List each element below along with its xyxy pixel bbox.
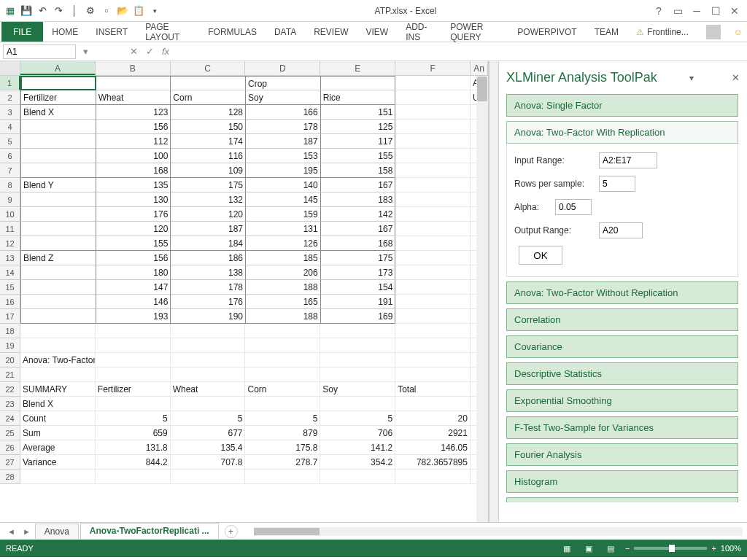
cell[interactable]: 132 [171,192,246,207]
cell[interactable]: 158 [321,163,396,178]
row-header[interactable]: 22 [0,382,20,397]
col-E[interactable]: E [320,61,395,75]
cell[interactable]: 145 [246,192,321,207]
zoom-out-icon[interactable]: − [625,544,630,553]
rows-field[interactable] [599,176,635,192]
cell[interactable]: 125 [321,120,396,134]
cell[interactable]: 191 [321,295,396,309]
cell[interactable]: 156 [96,251,171,265]
cell[interactable] [96,470,171,484]
cell[interactable]: 782.3657895 [395,455,471,470]
tab-pagelayout[interactable]: PAGE LAYOUT [136,22,199,42]
tab-powerquery[interactable]: POWER QUERY [441,22,508,42]
row-header[interactable]: 12 [0,236,20,251]
cell[interactable]: 173 [321,265,396,280]
cell[interactable] [20,192,96,207]
cell[interactable] [395,134,471,149]
save-icon[interactable]: 💾 [20,5,32,17]
cell[interactable] [320,397,395,411]
cell[interactable] [171,338,246,353]
cell[interactable]: 193 [96,309,171,324]
qat-dropdown-icon[interactable]: ▾ [149,5,160,17]
cell[interactable] [395,76,471,90]
cell[interactable] [320,338,395,353]
row-header[interactable]: 2 [0,90,20,105]
tool-correlation[interactable]: Correlation [506,308,738,331]
cell[interactable] [171,470,246,484]
cell[interactable] [395,265,471,280]
cell[interactable]: 155 [321,149,396,163]
tab-file[interactable]: FILE [1,22,43,42]
cell[interactable] [395,192,471,207]
cell[interactable]: Soy [320,382,395,397]
cell[interactable] [320,368,395,382]
cell[interactable]: 176 [96,207,171,222]
cell[interactable] [320,324,395,338]
zoom-control[interactable]: − + 100% [625,544,741,553]
user-avatar[interactable] [697,22,729,42]
input-range-field[interactable] [599,152,657,168]
ribbon-options-icon[interactable]: ▭ [670,3,686,19]
fx-icon[interactable]: fx [159,46,172,57]
cell[interactable] [320,470,395,484]
tool-histogram[interactable]: Histogram [506,470,738,493]
cell[interactable]: Wheat [171,382,246,397]
row-header[interactable]: 9 [0,192,20,207]
cell[interactable]: Blend X [20,397,96,411]
cell[interactable]: Crop [246,76,321,90]
cell[interactable]: Wheat [96,90,171,105]
tool-anova-two-norep[interactable]: Anova: Two-Factor Without Replication [506,281,738,304]
cell[interactable]: 184 [171,236,246,251]
cell[interactable]: 5 [320,411,395,426]
cell[interactable]: 176 [171,295,246,309]
cell[interactable]: 138 [171,265,246,280]
cell[interactable] [171,397,246,411]
row-header[interactable]: 27 [0,455,20,470]
cell[interactable] [395,470,471,484]
cell[interactable]: 5 [96,411,171,426]
cell[interactable]: 165 [246,295,321,309]
cell[interactable] [395,207,471,222]
row-header[interactable]: 5 [0,134,20,149]
cell[interactable]: 2921 [395,426,471,440]
sheet-tab-anova[interactable]: Anova [35,524,79,539]
cell[interactable]: 175.8 [245,440,320,455]
cell[interactable]: Blend Z [20,251,96,265]
tab-team[interactable]: TEAM [586,22,627,42]
cell[interactable] [395,163,471,178]
cell[interactable]: 151 [321,105,396,120]
cancel-icon[interactable]: ✕ [127,46,140,57]
cell[interactable] [20,120,96,134]
close-icon[interactable]: ✕ [727,3,743,19]
col-A[interactable]: A [20,61,96,75]
cell[interactable] [20,309,96,324]
row-header[interactable]: 3 [0,105,20,120]
cell[interactable] [245,368,320,382]
cell[interactable] [20,265,96,280]
cell[interactable] [171,368,246,382]
cell[interactable] [245,353,320,368]
maximize-icon[interactable]: ☐ [708,3,724,19]
cell[interactable] [395,280,471,295]
row-header[interactable]: 20 [0,353,20,368]
cell[interactable]: 135 [96,178,171,192]
tool-anova-single[interactable]: Anova: Single Factor [506,94,738,117]
cell[interactable] [96,76,171,90]
cell[interactable]: 141.2 [320,440,395,455]
cell[interactable] [20,222,96,236]
row-header[interactable]: 18 [0,324,20,338]
cell[interactable] [20,324,96,338]
cell[interactable]: 123 [96,105,171,120]
cell[interactable]: 195 [246,163,321,178]
view-pagebreak-icon[interactable]: ▤ [603,544,618,553]
col-F[interactable]: F [395,61,471,75]
cell[interactable]: 131.8 [96,440,171,455]
cell[interactable]: 100 [96,149,171,163]
cell[interactable] [20,295,96,309]
pane-menu-icon[interactable]: ▾ [689,73,694,83]
cell[interactable]: 187 [171,222,246,236]
col-D[interactable]: D [245,61,320,75]
col-C[interactable]: C [171,61,246,75]
cell[interactable]: Average [20,440,96,455]
zoom-value[interactable]: 100% [721,544,741,553]
